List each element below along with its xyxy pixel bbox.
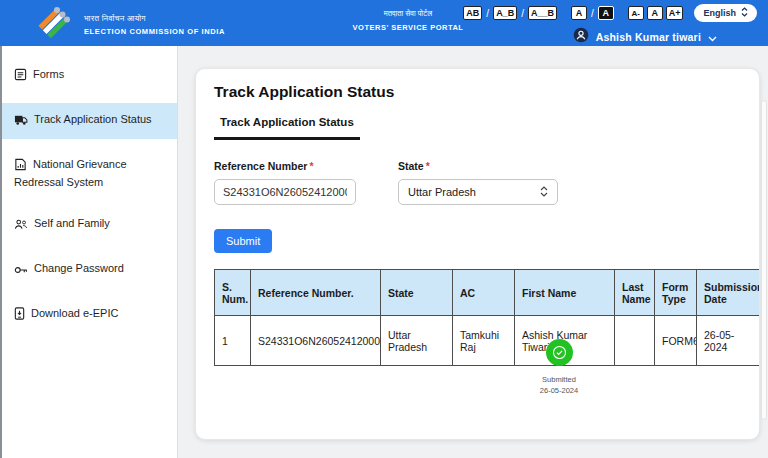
font-decrease-button[interactable]: A-	[628, 6, 644, 20]
label-text: State	[398, 160, 424, 172]
sidebar-item-label: Forms	[33, 68, 64, 80]
form-icon	[14, 68, 27, 85]
track-form: Reference Number* State* Uttar Pradesh	[214, 160, 759, 205]
org-name-english: ELECTION COMMISSION OF INDIA	[84, 27, 225, 36]
chevron-down-icon	[708, 28, 717, 46]
key-icon	[14, 264, 28, 279]
table-row: 1 S24331O6N2605241200044 Uttar Pradesh T…	[215, 316, 761, 366]
sidebar-item-label: Change Password	[34, 262, 124, 274]
state-label: State*	[398, 160, 558, 172]
portal-name-english: VOTERS' SERVICE PORTAL	[353, 23, 464, 32]
status-label: Submitted	[511, 375, 607, 384]
content-card: Track Application Status Track Applicati…	[195, 68, 760, 440]
epic-card-icon	[14, 307, 25, 324]
letter-spacing-wide-button[interactable]: A__B	[528, 6, 557, 20]
submit-button[interactable]: Submit	[214, 229, 272, 253]
sidebar-item-track-application-status[interactable]: Track Application Status	[2, 103, 177, 139]
sidebar-item-download-e-epic[interactable]: Download e-EPIC	[2, 297, 177, 333]
contrast-normal-button[interactable]: A	[571, 6, 587, 20]
status-date: 26-05-2024	[511, 386, 607, 395]
separator: /	[591, 8, 594, 19]
results-table: S. Num. Reference Number. State AC First…	[214, 269, 760, 366]
submitted-check-icon	[546, 339, 573, 366]
user-menu[interactable]: Ashish Kumar tiwari	[463, 27, 717, 47]
user-name: Ashish Kumar tiwari	[596, 31, 701, 43]
accessibility-toolbar: AB / A_B / A__B A / A A- A A+ English	[463, 4, 757, 22]
separator: /	[521, 8, 524, 19]
eci-brand: भारत निर्वाचन आयोग ELECTION COMMISSION O…	[36, 5, 225, 45]
col-last-name: Last Name	[615, 270, 655, 316]
cell-s-num: 1	[215, 316, 251, 366]
required-asterisk: *	[426, 160, 430, 172]
sidebar-item-label: National Grievance Redressal System	[14, 158, 127, 188]
sidebar-item-label: Self and Family	[34, 217, 110, 229]
col-s-num: S. Num.	[215, 270, 251, 316]
font-reset-button[interactable]: A	[647, 6, 663, 20]
sidebar-item-self-and-family[interactable]: Self and Family	[2, 207, 177, 243]
reference-number-input[interactable]	[214, 179, 356, 205]
page-scrollbar[interactable]	[761, 100, 767, 420]
updown-chevron-icon	[741, 7, 748, 19]
sidebar-item-change-password[interactable]: Change Password	[2, 252, 177, 288]
people-icon	[14, 219, 28, 234]
eci-logo-icon	[36, 5, 72, 45]
cell-form-type: FORM6	[655, 316, 697, 366]
sidebar-item-forms[interactable]: Forms	[2, 58, 177, 94]
portal-name-hindi: मतदाता सेवा पोर्टल	[353, 9, 464, 19]
sidebar-item-national-grievance-redressal-system[interactable]: National Grievance Redressal System	[2, 148, 177, 199]
sidebar-item-label: Track Application Status	[34, 113, 152, 125]
letter-spacing-medium-button[interactable]: A_B	[493, 6, 517, 20]
col-form-type: Form Type	[655, 270, 697, 316]
required-asterisk: *	[309, 160, 313, 172]
table-header-row: S. Num. Reference Number. State AC First…	[215, 270, 761, 316]
cell-reference-number: S24331O6N2605241200044	[251, 316, 381, 366]
top-header: भारत निर्वाचन आयोग ELECTION COMMISSION O…	[0, 0, 768, 46]
letter-spacing-normal-button[interactable]: AB	[463, 6, 482, 20]
sidebar: Forms Track Application Status National …	[0, 46, 178, 458]
col-submission-date: Submission Date	[697, 270, 761, 316]
reference-number-label: Reference Number*	[214, 160, 356, 172]
page-title: Track Application Status	[214, 83, 759, 101]
cell-submission-date: 26-05-2024	[697, 316, 761, 366]
application-status: Submitted 26-05-2024	[511, 339, 607, 395]
truck-icon	[14, 114, 28, 130]
label-text: Reference Number	[214, 160, 307, 172]
col-state: State	[381, 270, 453, 316]
grievance-icon	[14, 158, 27, 175]
reference-number-group: Reference Number*	[214, 160, 356, 205]
tab-track-application-status[interactable]: Track Application Status	[214, 116, 360, 140]
font-increase-button[interactable]: A+	[666, 6, 684, 20]
cell-last-name	[615, 316, 655, 366]
language-selector[interactable]: English	[694, 4, 757, 22]
contrast-dark-button[interactable]: A	[598, 6, 614, 20]
col-ac: AC	[453, 270, 515, 316]
cell-state: Uttar Pradesh	[381, 316, 453, 366]
user-avatar-icon	[573, 27, 589, 47]
col-first-name: First Name	[515, 270, 615, 316]
updown-chevron-icon	[540, 186, 548, 199]
separator: /	[486, 8, 489, 19]
language-label: English	[703, 8, 736, 18]
col-reference-number: Reference Number.	[251, 270, 381, 316]
sidebar-item-label: Download e-EPIC	[31, 307, 118, 319]
state-group: State* Uttar Pradesh	[398, 160, 558, 205]
org-name-hindi: भारत निर्वाचन आयोग	[84, 14, 225, 24]
state-selected-value: Uttar Pradesh	[408, 186, 476, 198]
cell-ac: Tamkuhi Raj	[453, 316, 515, 366]
portal-title: मतदाता सेवा पोर्टल VOTERS' SERVICE PORTA…	[353, 9, 464, 32]
state-select[interactable]: Uttar Pradesh	[398, 179, 558, 205]
